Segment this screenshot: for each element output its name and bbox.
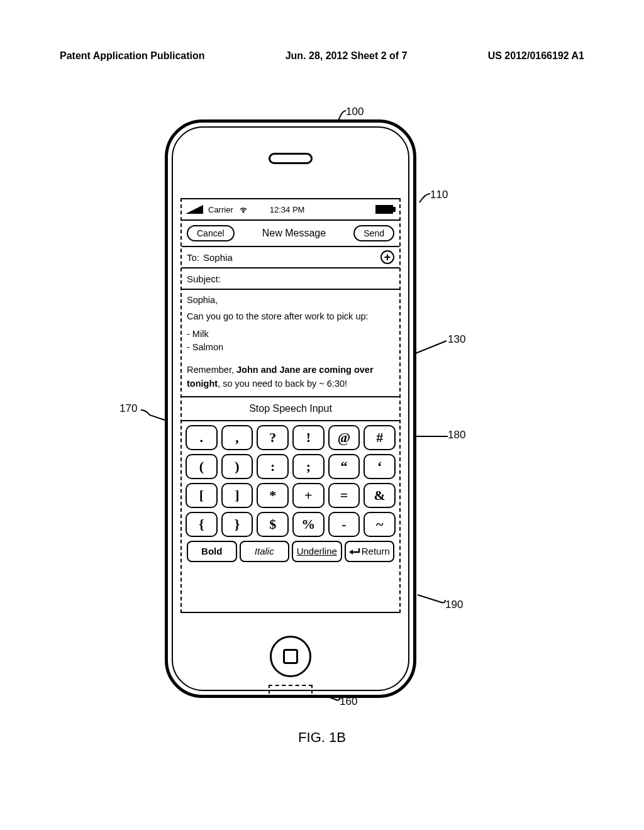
lead-110 — [418, 192, 431, 204]
key-tilde[interactable]: ~ — [364, 512, 396, 537]
underline-button[interactable]: Underline — [292, 541, 342, 562]
kb-row-3: [ ] * + = & — [186, 483, 396, 508]
svg-marker-8 — [349, 550, 353, 555]
return-icon — [349, 547, 360, 556]
header-center: Jun. 28, 2012 Sheet 2 of 7 — [286, 50, 408, 62]
callout-110: 110 — [430, 189, 448, 201]
subject-row[interactable]: Subject: — [182, 268, 399, 290]
callout-100: 100 — [346, 106, 364, 118]
to-label: To: — [187, 252, 199, 263]
speaker-slot — [269, 153, 313, 164]
figure-caption: FIG. 1B — [0, 729, 644, 746]
carrier-label: Carrier — [208, 205, 233, 214]
key-asterisk[interactable]: * — [257, 483, 289, 508]
to-value: Sophia — [203, 252, 233, 263]
key-period[interactable]: . — [186, 425, 218, 450]
figure-area: 100 110 120 130 170 180 190 160 Carrier … — [0, 101, 644, 742]
nav-bar: Cancel New Message Send — [182, 221, 399, 247]
key-plus[interactable]: + — [292, 483, 325, 508]
screen: Carrier 12:34 PM Cancel New Message Send… — [180, 198, 401, 613]
phone-device: Carrier 12:34 PM Cancel New Message Send… — [165, 119, 416, 698]
lead-180 — [416, 434, 448, 439]
to-row[interactable]: To: Sophia + — [182, 247, 399, 268]
bold-button[interactable]: Bold — [187, 541, 237, 562]
body-greeting: Sophia, — [187, 294, 394, 307]
key-lbrace[interactable]: { — [186, 512, 218, 537]
wifi-icon — [238, 206, 248, 213]
signal-icon — [186, 205, 203, 214]
key-semicolon[interactable]: ; — [292, 454, 325, 479]
key-rbracket[interactable]: ] — [221, 483, 253, 508]
return-label: Return — [362, 546, 390, 556]
callout-180: 180 — [448, 429, 465, 441]
body-remember: Remember, John and Jane are coming over … — [187, 363, 394, 391]
dock-connector — [269, 685, 313, 694]
callout-190: 190 — [445, 599, 463, 611]
body-item2: - Salmon — [187, 341, 394, 355]
clock-label: 12:34 PM — [270, 205, 305, 214]
key-hash[interactable]: # — [364, 425, 396, 450]
body-item1: - Milk — [187, 328, 394, 341]
key-comma[interactable]: , — [221, 425, 253, 450]
kb-row-2: ( ) : ; “ ‘ — [186, 454, 396, 479]
svg-rect-7 — [393, 207, 396, 212]
punctuation-keyboard: . , ? ! @ # ( ) : ; “ ‘ [ ] — [182, 421, 399, 568]
callout-170: 170 — [119, 402, 137, 415]
key-colon[interactable]: : — [257, 454, 289, 479]
message-body[interactable]: Sophia, Can you go to the store after wo… — [182, 290, 399, 396]
key-percent[interactable]: % — [292, 512, 325, 537]
header-right: US 2012/0166192 A1 — [488, 50, 584, 62]
body-line1: Can you go to the store after work to pi… — [187, 310, 394, 324]
key-exclaim[interactable]: ! — [292, 425, 325, 450]
header-left: Patent Application Publication — [60, 50, 205, 62]
kb-row-4: { } $ % - ~ — [186, 512, 396, 537]
key-lparen[interactable]: ( — [186, 454, 218, 479]
key-rparen[interactable]: ) — [221, 454, 253, 479]
key-dollar[interactable]: $ — [257, 512, 289, 537]
key-hyphen[interactable]: - — [328, 512, 360, 537]
cancel-button[interactable]: Cancel — [187, 225, 235, 241]
key-equals[interactable]: = — [328, 483, 360, 508]
remember-prefix: Remember, — [187, 365, 236, 375]
send-button[interactable]: Send — [353, 225, 394, 241]
add-contact-button[interactable]: + — [380, 250, 394, 264]
svg-marker-4 — [186, 205, 203, 214]
callout-130: 130 — [448, 333, 465, 346]
key-rbrace[interactable]: } — [221, 512, 253, 537]
return-button[interactable]: Return — [345, 541, 395, 562]
status-bar: Carrier 12:34 PM — [182, 199, 399, 221]
kb-row-1: . , ? ! @ # — [186, 425, 396, 450]
key-at[interactable]: @ — [328, 425, 360, 450]
format-row: Bold Italic Underline Return — [186, 541, 396, 565]
lead-190 — [416, 594, 447, 606]
key-ampersand[interactable]: & — [364, 483, 396, 508]
svg-point-5 — [242, 211, 244, 213]
remember-suffix: , so you need to back by ~ 6:30! — [218, 379, 347, 389]
key-lsquote[interactable]: ‘ — [364, 454, 396, 479]
key-ldquote[interactable]: “ — [328, 454, 360, 479]
home-square-icon — [283, 649, 298, 664]
stop-speech-button[interactable]: Stop Speech Input — [182, 396, 399, 421]
key-lbracket[interactable]: [ — [186, 483, 218, 508]
svg-rect-6 — [375, 205, 393, 214]
key-question[interactable]: ? — [257, 425, 289, 450]
page-header: Patent Application Publication Jun. 28, … — [0, 50, 644, 62]
battery-icon — [375, 205, 396, 214]
italic-button[interactable]: Italic — [240, 541, 290, 562]
subject-label: Subject: — [187, 274, 221, 284]
home-button[interactable] — [270, 636, 311, 677]
nav-title: New Message — [262, 228, 326, 239]
